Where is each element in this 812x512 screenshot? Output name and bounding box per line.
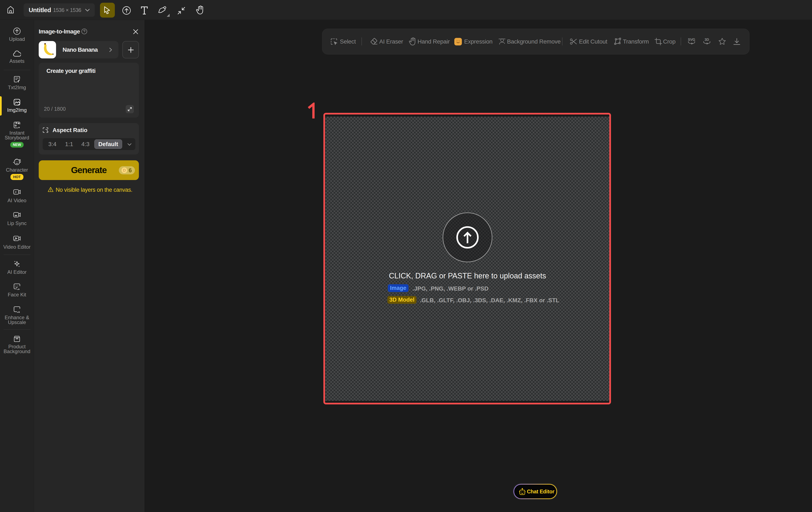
svg-text:3D: 3D	[704, 38, 709, 42]
svg-text:SVG: SVG	[688, 38, 695, 42]
